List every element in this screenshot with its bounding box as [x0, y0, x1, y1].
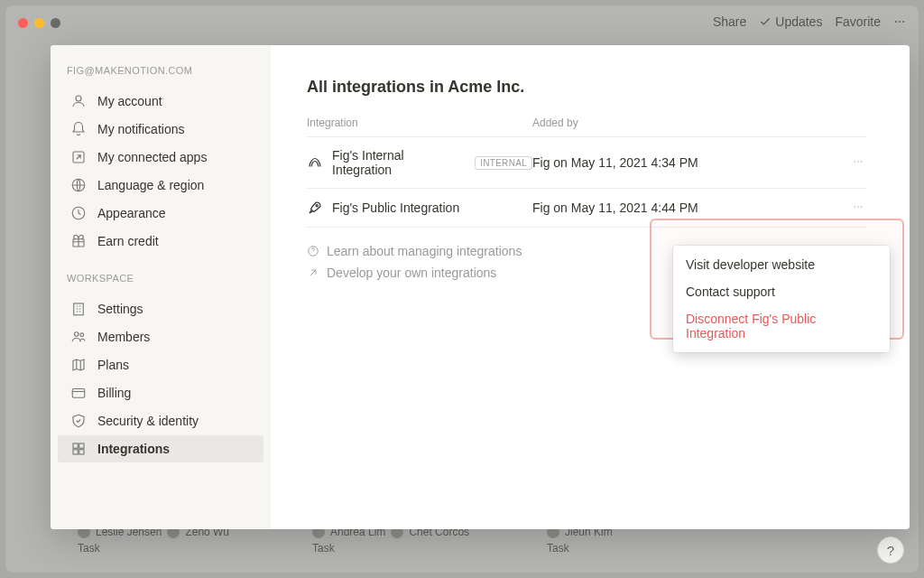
share-button[interactable]: Share [713, 14, 746, 29]
workspace-header: WORKSPACE [54, 269, 267, 294]
sidebar-item-label: Appearance [97, 206, 166, 220]
more-menu-button[interactable] [893, 15, 906, 28]
bell-icon [70, 121, 87, 137]
integration-name: Fig's Public Integration [332, 200, 459, 215]
maximize-window-button[interactable] [51, 18, 60, 28]
svg-point-9 [75, 332, 79, 337]
context-menu: Visit developer website Contact support … [673, 246, 890, 352]
help-button[interactable]: ? [877, 536, 904, 564]
ellipsis-icon [850, 200, 866, 213]
table-row: Fig's Internal Integration INTERNAL Fig … [307, 137, 866, 189]
column-integration: Integration [307, 117, 532, 129]
column-added-by: Added by [532, 117, 812, 129]
favorite-button[interactable]: Favorite [835, 14, 881, 29]
context-item-disconnect[interactable]: Disconnect Fig's Public Integration [673, 305, 890, 347]
svg-rect-11 [72, 389, 85, 398]
task-label: Task [78, 542, 276, 555]
sidebar-item-label: Security & identity [97, 414, 199, 428]
svg-point-22 [861, 206, 863, 208]
building-icon [70, 301, 87, 317]
arrow-out-icon [307, 266, 319, 279]
sidebar-item-label: Members [97, 330, 150, 344]
window-controls [18, 18, 60, 28]
table-header: Integration Added by [307, 117, 866, 137]
people-icon [70, 329, 87, 345]
ellipsis-icon [850, 155, 866, 168]
sidebar-item-language[interactable]: Language & region [58, 172, 263, 199]
integration-rocket-icon [307, 200, 323, 216]
svg-point-0 [895, 21, 897, 23]
internal-badge: INTERNAL [475, 156, 532, 170]
added-by-value: Fig on May 11, 2021 4:44 PM [532, 200, 812, 215]
table-row: Fig's Public Integration Fig on May 11, … [307, 189, 866, 228]
sidebar-item-notifications[interactable]: My notifications [58, 116, 263, 143]
map-icon [70, 357, 87, 373]
sidebar-item-label: Integrations [97, 442, 170, 456]
sidebar-item-connected-apps[interactable]: My connected apps [58, 144, 263, 171]
integration-arc-icon [307, 154, 323, 171]
svg-point-1 [899, 21, 901, 23]
integration-name: Fig's Internal Integration [332, 148, 466, 177]
sidebar-item-security[interactable]: Security & identity [58, 407, 263, 434]
account-email-label: FIG@MAKENOTION.COM [54, 61, 267, 87]
sidebar-item-label: My connected apps [97, 150, 207, 164]
globe-icon [70, 177, 87, 193]
svg-rect-14 [73, 450, 78, 454]
clock-icon [70, 205, 87, 221]
user-icon [70, 93, 87, 109]
row-actions-button[interactable] [812, 200, 866, 216]
sidebar-item-plans[interactable]: Plans [58, 351, 263, 378]
link-out-icon [70, 149, 87, 165]
sidebar-item-label: My account [97, 94, 162, 108]
settings-sidebar: FIG@MAKENOTION.COM My account My notific… [51, 45, 271, 529]
ellipsis-icon [893, 15, 906, 28]
sidebar-item-settings[interactable]: Settings [58, 295, 263, 322]
sidebar-item-label: Billing [97, 386, 131, 400]
gift-icon [70, 233, 87, 249]
sidebar-item-my-account[interactable]: My account [58, 88, 263, 115]
svg-point-3 [76, 96, 81, 101]
settings-content: All integrations in Acme Inc. Integratio… [271, 45, 910, 529]
sidebar-item-earn-credit[interactable]: Earn credit [58, 228, 263, 255]
svg-point-10 [80, 333, 84, 337]
app-window: Share Updates Favorite nns s 0 Leslie Je… [5, 5, 919, 573]
close-window-button[interactable] [18, 18, 28, 28]
context-item-visit-website[interactable]: Visit developer website [673, 251, 890, 278]
sidebar-item-label: Earn credit [97, 234, 159, 248]
sidebar-item-label: Language & region [97, 178, 204, 192]
settings-modal: FIG@MAKENOTION.COM My account My notific… [51, 45, 910, 529]
updates-button[interactable]: Updates [759, 14, 822, 29]
checkmark-icon [759, 15, 772, 28]
context-item-contact-support[interactable]: Contact support [673, 278, 890, 305]
top-right-menu: Share Updates Favorite [713, 14, 906, 29]
credit-card-icon [70, 385, 87, 401]
sidebar-item-members[interactable]: Members [58, 323, 263, 350]
added-by-value: Fig on May 11, 2021 4:34 PM [532, 155, 812, 170]
sidebar-item-label: Settings [97, 302, 143, 316]
sidebar-item-appearance[interactable]: Appearance [58, 200, 263, 227]
svg-point-2 [902, 21, 904, 23]
task-label: Task [312, 542, 511, 555]
svg-rect-12 [73, 443, 78, 448]
svg-rect-8 [74, 303, 84, 315]
sidebar-item-billing[interactable]: Billing [58, 379, 263, 406]
sidebar-item-label: Plans [97, 358, 129, 372]
grid-icon [70, 441, 87, 457]
minimize-window-button[interactable] [34, 18, 44, 28]
sidebar-item-integrations[interactable]: Integrations [58, 435, 263, 462]
task-label: Task [547, 542, 745, 555]
question-icon [307, 245, 319, 257]
sidebar-item-label: My notifications [97, 122, 184, 136]
svg-point-19 [316, 205, 318, 207]
svg-rect-15 [79, 450, 84, 454]
page-title: All integrations in Acme Inc. [307, 78, 866, 97]
shield-icon [70, 413, 87, 429]
row-actions-button[interactable] [812, 155, 866, 171]
svg-point-20 [855, 206, 856, 208]
svg-point-17 [857, 161, 859, 163]
svg-point-18 [861, 161, 863, 163]
svg-point-21 [857, 206, 859, 208]
svg-point-16 [855, 161, 856, 163]
svg-rect-13 [79, 443, 84, 448]
